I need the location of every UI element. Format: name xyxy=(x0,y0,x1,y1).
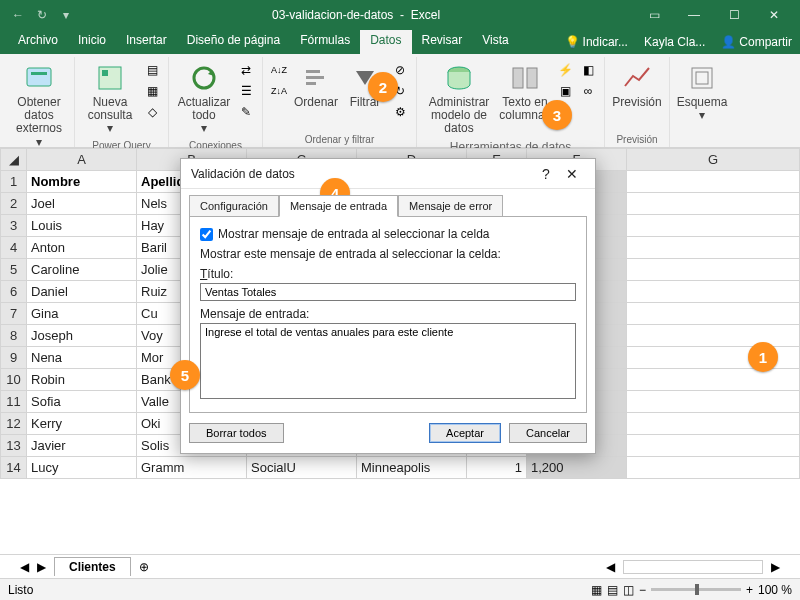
outline-button[interactable]: Esquema ▾ xyxy=(676,60,728,124)
data-model-button[interactable]: Administrar modelo de datos xyxy=(423,60,495,138)
callout-5: 5 xyxy=(170,360,200,390)
ribbon-options-icon[interactable]: ▭ xyxy=(634,1,674,29)
callout-3: 3 xyxy=(542,100,572,130)
show-message-checkbox[interactable] xyxy=(200,228,213,241)
refresh-all-button[interactable]: Actualizar todo ▾ xyxy=(175,60,233,138)
message-textarea[interactable]: Ingrese el total de ventas anuales para … xyxy=(200,323,576,399)
sheet-tab-clientes[interactable]: Clientes xyxy=(54,557,131,576)
view-break-icon[interactable]: ◫ xyxy=(623,583,634,597)
close-icon[interactable]: ✕ xyxy=(754,1,794,29)
remove-dup-icon[interactable]: ▣ xyxy=(555,81,575,101)
callout-2: 2 xyxy=(368,72,398,102)
svg-rect-10 xyxy=(527,68,537,88)
message-label: Mensaje de entrada: xyxy=(200,307,576,321)
status-ready: Listo xyxy=(8,583,33,597)
ribbon-tabs: Archivo Inicio Insertar Diseño de página… xyxy=(0,30,800,54)
user-label[interactable]: Kayla Cla... xyxy=(636,30,713,54)
view-layout-icon[interactable]: ▤ xyxy=(607,583,618,597)
zoom-in-icon[interactable]: + xyxy=(746,583,753,597)
scroll-left-icon[interactable]: ◀ xyxy=(606,560,615,574)
new-sheet-icon[interactable]: ⊕ xyxy=(139,560,149,574)
clear-all-button[interactable]: Borrar todos xyxy=(189,423,284,443)
minimize-icon[interactable]: — xyxy=(674,1,714,29)
new-query-button[interactable]: Nueva consulta ▾ xyxy=(81,60,139,138)
data-validation-dialog: Validación de datos ? ✕ Configuración Me… xyxy=(180,158,596,454)
close-dialog-icon[interactable]: ✕ xyxy=(559,166,585,182)
redo-icon[interactable]: ↻ xyxy=(30,3,54,27)
relationships-icon[interactable]: ∞ xyxy=(578,81,598,101)
titlebar: ← ↻ ▾ 03-validacion-de-datos - Excel ▭ —… xyxy=(0,0,800,30)
col-A[interactable]: A xyxy=(27,149,137,171)
back-icon[interactable]: ← xyxy=(6,3,30,27)
sheet-tab-bar: ◀ ▶ Clientes ⊕ ◀ ▶ xyxy=(0,554,800,578)
title-input[interactable] xyxy=(200,283,576,301)
connections-icon[interactable]: ⇄ xyxy=(236,60,256,80)
callout-1: 1 xyxy=(748,342,778,372)
sort-desc-icon[interactable]: Z↓A xyxy=(269,81,289,101)
flash-fill-icon[interactable]: ⚡ xyxy=(555,60,575,80)
forecast-button[interactable]: Previsión xyxy=(611,60,663,111)
help-icon[interactable]: ? xyxy=(533,166,559,182)
next-sheet-icon[interactable]: ▶ xyxy=(37,560,46,574)
group-ordenar: Ordenar y filtrar xyxy=(305,132,374,147)
zoom-slider[interactable] xyxy=(651,588,741,591)
tab-revisar[interactable]: Revisar xyxy=(412,30,473,54)
svg-rect-9 xyxy=(513,68,523,88)
window-title: 03-validacion-de-datos - Excel xyxy=(78,8,634,22)
sort-asc-icon[interactable]: A↓Z xyxy=(269,60,289,80)
svg-rect-5 xyxy=(306,70,320,73)
show-message-label: Mostrar mensaje de entrada al selecciona… xyxy=(218,227,489,241)
tab-formulas[interactable]: Fórmulas xyxy=(290,30,360,54)
zoom-level[interactable]: 100 % xyxy=(758,583,792,597)
tab-diseno[interactable]: Diseño de página xyxy=(177,30,290,54)
tab-vista[interactable]: Vista xyxy=(472,30,518,54)
title-label: Título: xyxy=(200,267,576,281)
dialog-title: Validación de datos xyxy=(191,167,533,181)
hscrollbar[interactable] xyxy=(623,560,763,574)
tab-insertar[interactable]: Insertar xyxy=(116,30,177,54)
prompt-label: Mostrar este mensaje de entrada al selec… xyxy=(200,247,576,261)
tab-configuracion[interactable]: Configuración xyxy=(189,195,279,217)
cancel-button[interactable]: Cancelar xyxy=(509,423,587,443)
tab-mensaje-entrada[interactable]: Mensaje de entrada xyxy=(279,195,398,217)
share-button[interactable]: 👤 Compartir xyxy=(713,30,800,54)
select-all[interactable]: ◢ xyxy=(1,149,27,171)
table-row[interactable]: 14LucyGrammSocialUMinneapolis11,200 xyxy=(1,457,800,479)
recent-sources-icon[interactable]: ◇ xyxy=(142,102,162,122)
advanced-icon[interactable]: ⚙ xyxy=(390,102,410,122)
svg-rect-3 xyxy=(102,70,108,76)
svg-rect-1 xyxy=(31,72,47,75)
ribbon: Obtener datos externos ▾ Nueva consulta … xyxy=(0,54,800,148)
svg-rect-6 xyxy=(306,76,324,79)
zoom-out-icon[interactable]: − xyxy=(639,583,646,597)
col-G[interactable]: G xyxy=(627,149,800,171)
tell-me[interactable]: 💡 Indicar... xyxy=(557,30,636,54)
sort-button[interactable]: Ordenar xyxy=(292,60,340,111)
status-bar: Listo ▦ ▤ ◫ − + 100 % xyxy=(0,578,800,600)
show-queries-icon[interactable]: ▤ xyxy=(142,60,162,80)
down-icon[interactable]: ▾ xyxy=(54,3,78,27)
prev-sheet-icon[interactable]: ◀ xyxy=(20,560,29,574)
view-normal-icon[interactable]: ▦ xyxy=(591,583,602,597)
consolidate-icon[interactable]: ◧ xyxy=(578,60,598,80)
ok-button[interactable]: Aceptar xyxy=(429,423,501,443)
svg-rect-0 xyxy=(27,68,51,86)
maximize-icon[interactable]: ☐ xyxy=(714,1,754,29)
tab-mensaje-error[interactable]: Mensaje de error xyxy=(398,195,503,217)
from-table-icon[interactable]: ▦ xyxy=(142,81,162,101)
tab-inicio[interactable]: Inicio xyxy=(68,30,116,54)
svg-rect-7 xyxy=(306,82,316,85)
scroll-right-icon[interactable]: ▶ xyxy=(771,560,780,574)
tab-archivo[interactable]: Archivo xyxy=(8,30,68,54)
svg-rect-11 xyxy=(692,68,712,88)
svg-rect-12 xyxy=(696,72,708,84)
properties-icon[interactable]: ☰ xyxy=(236,81,256,101)
tab-datos[interactable]: Datos xyxy=(360,30,411,54)
group-prevision: Previsión xyxy=(616,132,657,147)
get-external-data-button[interactable]: Obtener datos externos ▾ xyxy=(10,60,68,151)
edit-links-icon[interactable]: ✎ xyxy=(236,102,256,122)
